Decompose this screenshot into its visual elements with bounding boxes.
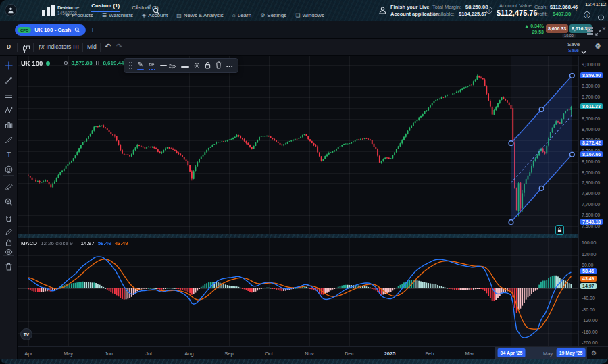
nav-item-account[interactable]: ◈Account (142, 12, 168, 18)
settings-icon: ⚙ (260, 12, 265, 18)
windows-icon: ❏ (295, 12, 300, 18)
tool-brush-icon[interactable] (2, 134, 16, 146)
help-info-icon[interactable]: i (584, 11, 590, 18)
clock: 13:41:12 (585, 1, 606, 7)
live-cta-line2[interactable]: Account application (390, 11, 439, 17)
time-tick-label: May (543, 350, 553, 357)
tool-fib-icon[interactable] (2, 89, 16, 101)
logo-bar (47, 7, 50, 16)
workspace-tab-2[interactable]: Custom (1) (91, 3, 120, 12)
tool-forecast-icon[interactable] (2, 119, 16, 131)
chart-type-icon[interactable] (22, 43, 30, 55)
layout-grid-icon[interactable]: ⊞ (73, 43, 79, 51)
time-tick-label: Apr (24, 350, 32, 357)
workspace-tab-1[interactable]: Home (65, 5, 79, 11)
save-link[interactable]: Save (568, 48, 579, 53)
edit-workspace-icon[interactable]: ✐ (147, 3, 152, 10)
redo-icon[interactable]: ↷ (116, 42, 122, 51)
drawing-tools-rail: T (0, 56, 18, 359)
watchlists-icon: ☰ (102, 12, 107, 18)
rail-sep-2 (3, 207, 14, 207)
macd-value-label: 14.97 (580, 283, 597, 289)
ctrader-logo[interactable] (42, 5, 55, 16)
undo-icon[interactable]: ↶ (105, 42, 111, 51)
tool-emoji-icon[interactable] (2, 163, 16, 176)
price-chart-panel[interactable] (18, 56, 578, 234)
add-chart-button[interactable]: + (91, 26, 95, 34)
cash-value: $112,068.46 (550, 4, 578, 10)
market-open-dot (46, 61, 50, 66)
tool-text-tool-icon[interactable]: T (2, 149, 16, 161)
learn-icon: ⌂ (232, 12, 236, 18)
time-tick-label: Mar (465, 350, 474, 357)
profit-value: $407.30 (553, 11, 571, 17)
svg-text:T: T (7, 151, 11, 159)
target-style-icon[interactable]: ◎ (194, 62, 200, 69)
line-width-label: 2px (169, 63, 176, 68)
nav-item-news-analysis[interactable]: ▤News & Analysis (176, 12, 224, 18)
more-options-button[interactable]: ••• (226, 63, 233, 68)
time-tick-label: Dec (345, 350, 353, 357)
profile-icon[interactable] (5, 4, 17, 16)
sell-button[interactable]: 8,606.33 (546, 24, 568, 33)
tool-trash-icon[interactable] (2, 261, 16, 273)
macd-line-value: 58.46 (98, 240, 111, 246)
symbol-search-icon[interactable] (74, 27, 80, 33)
pencil-tool-icon[interactable]: ✎ (137, 61, 144, 70)
products-icon: ❖ (65, 12, 70, 18)
symbol-name: UK 100 - Cash (34, 27, 71, 33)
nav-item-learn[interactable]: ⌂Learn (232, 12, 251, 18)
price-axis[interactable]: 9,000.008,800.008,700.008,500.008,400.00… (578, 56, 608, 346)
lock-drawing-icon[interactable] (205, 59, 211, 72)
price-mode-button[interactable]: Mid (87, 43, 97, 50)
chart-list-hamburger-icon[interactable]: ☰ (5, 26, 11, 34)
save-label[interactable]: Save (567, 41, 580, 47)
time-tick-label: Feb (426, 350, 434, 357)
tool-hide-drawings-icon[interactable] (2, 246, 16, 258)
detach-icon[interactable] (595, 26, 601, 38)
macd-signal-value: 43.49 (115, 240, 128, 246)
logo-bar (42, 10, 45, 16)
tradingview-logo[interactable]: TV (20, 328, 32, 340)
macd-params: 12 26 close 9 (41, 240, 73, 246)
drawing-price-label: 8,167.66 (580, 151, 603, 157)
drag-handle[interactable] (129, 59, 132, 72)
range-end-date-label: 19 May '25 (557, 348, 586, 357)
drawing-price-label: 8,272.42 (580, 140, 603, 146)
rail-sep-3 (3, 255, 14, 256)
live-cta-line1[interactable]: Finish your Live (390, 4, 430, 10)
tool-magnet-icon[interactable] (2, 213, 16, 226)
change-absolute: 29.53 (532, 30, 544, 34)
nav-item-products[interactable]: ❖Products (65, 12, 93, 18)
close-chart-icon[interactable]: × (602, 25, 606, 32)
marker-tool-icon[interactable]: ✑ (149, 61, 155, 70)
macd-tick-label: -80.00 (582, 307, 595, 312)
tool-xabcd-pattern-icon[interactable] (2, 104, 16, 116)
nav-item-watchlists[interactable]: ☰Watchlists (102, 12, 133, 18)
macd-tick-label: 80.00 (582, 263, 594, 267)
line-width-button[interactable]: 2px (160, 63, 176, 68)
dom-icon[interactable] (587, 26, 593, 38)
tool-trendline-icon[interactable] (2, 74, 16, 86)
time-axis[interactable]: AprMayJunJulAugSepOctNovDec2025FebMarMay… (18, 346, 608, 359)
macd-tick-label: 160.00 (582, 240, 596, 245)
tool-ruler-icon[interactable] (2, 181, 16, 193)
symbol-tab[interactable]: CFD UK 100 - Cash (15, 24, 86, 36)
macd-panel[interactable] (18, 238, 578, 346)
chart-settings-gear-icon[interactable]: ⚙ (594, 42, 601, 51)
news-analysis-icon: ▤ (176, 12, 182, 18)
indicators-button[interactable]: ƒx Indicators (38, 43, 71, 50)
delete-drawing-icon[interactable] (216, 59, 222, 72)
nav-item-settings[interactable]: ⚙Settings (260, 12, 286, 18)
last-price-label: 8,611.33 (580, 103, 603, 109)
drawing-lock-badge[interactable] (555, 225, 564, 235)
nav-item-windows[interactable]: ❏Windows (295, 12, 324, 18)
header-expand-chevron[interactable]: › (575, 7, 577, 14)
tool-crosshair-icon[interactable] (2, 59, 16, 72)
axis-settings-gear-icon[interactable]: ⚙ (591, 350, 597, 357)
timeframe-button[interactable]: D (7, 43, 11, 50)
account-icon: ◈ (142, 12, 146, 18)
line-style-button[interactable] (181, 63, 189, 68)
add-workspace-button[interactable]: + (135, 3, 139, 11)
info-icon[interactable]: i (486, 7, 492, 14)
